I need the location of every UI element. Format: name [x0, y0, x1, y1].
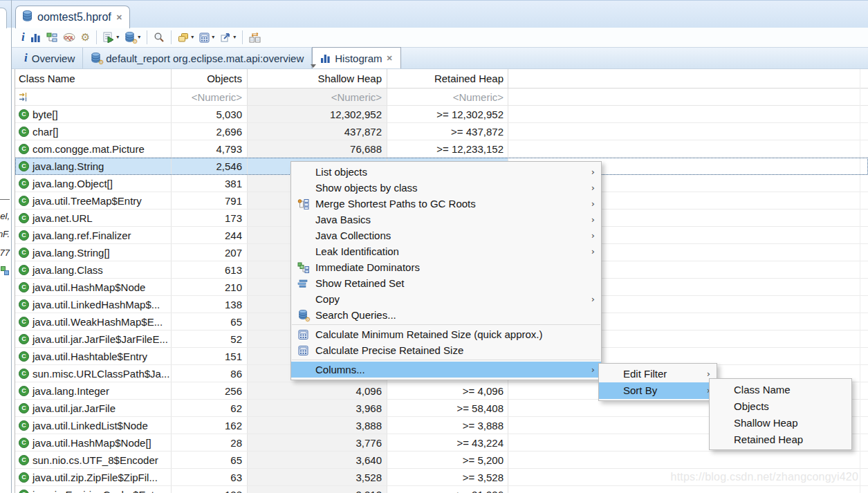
toolbar-button-calculator-icon[interactable]: ▾ [196, 29, 217, 46]
menu-item-calculate-minimum-retained-size-quick-ap[interactable]: Calculate Minimum Retained Size (quick a… [291, 326, 601, 342]
search-icon [154, 32, 165, 43]
column-header-retained-heap[interactable]: Retained Heap [387, 69, 508, 88]
class-icon: C [19, 248, 29, 258]
menu-item-calculate-precise-retained-size[interactable]: Calculate Precise Retained Size [291, 342, 601, 358]
table-row[interactable]: Ccom.congge.mat.Picture4,79376,688>= 12,… [15, 140, 868, 158]
menu-item-shallow-heap[interactable]: Shallow Heap [710, 414, 851, 431]
menu-item-show-objects-by-class[interactable]: Show objects by class› [291, 180, 601, 196]
menu-item-immediate-dominators[interactable]: Immediate Dominators [291, 259, 601, 275]
filter-input-class-name[interactable] [15, 89, 172, 105]
table-row[interactable]: Cbyte[]5,03012,302,952>= 12,302,952 [15, 106, 868, 123]
toolbar-button-group-by-icon[interactable]: ▾ [175, 29, 196, 46]
class-icon: C [19, 420, 29, 431]
report-icon: ⚙ [91, 53, 102, 64]
class-name-cell[interactable]: Cjava.lang.ref.Finalizer [15, 227, 172, 243]
chevron-down-icon[interactable]: ▾ [212, 35, 214, 40]
column-header-class-name[interactable]: Class Name [15, 69, 172, 88]
objects-cell: 207 [172, 244, 248, 261]
column-header-shallow-heap[interactable]: Shallow Heap [248, 69, 387, 88]
menu-item-retained-heap[interactable]: Retained Heap [710, 431, 851, 447]
class-name-cell[interactable]: Csun.nio.cs.UTF_8$Encoder [15, 452, 172, 468]
class-name-cell[interactable]: Cjava.lang.Object[] [15, 175, 172, 192]
class-name-cell[interactable]: Cjava.lang.Class [15, 261, 172, 278]
menu-item-label: Copy [315, 293, 340, 305]
menu-item-edit-filter[interactable]: Edit Filter› [599, 365, 717, 382]
submenu-arrow-icon: › [591, 214, 595, 225]
class-name-cell[interactable]: Cjava.util.HashMap$Node[] [15, 434, 172, 451]
objects-cell: 28 [172, 434, 248, 451]
filter-icon [19, 92, 29, 102]
toolbar-button-export-icon[interactable]: ▾ [217, 29, 239, 46]
toolbar-button-oql-icon[interactable]: OQL [60, 29, 78, 46]
table-row[interactable]: Cjava.io.ExpiringCache$Entry1383,312>= 3… [15, 486, 868, 493]
class-name: java.lang.Integer [33, 385, 109, 397]
tab-overview[interactable]: iOverview [17, 48, 83, 68]
menu-item-objects[interactable]: Objects [710, 398, 851, 414]
class-name-cell[interactable]: Cjava.util.Hashtable$Entry [15, 348, 172, 364]
class-name-cell[interactable]: Cjava.lang.String [15, 158, 172, 174]
table-row[interactable]: Csun.nio.cs.UTF_8$Encoder653,640>= 5,200 [15, 452, 868, 469]
shallow-heap-cell: 3,968 [248, 400, 387, 416]
menu-item-search-queries[interactable]: ⚙Search Queries... [291, 307, 601, 323]
toolbar-button-histogram-icon[interactable] [28, 29, 44, 46]
menu-item-columns[interactable]: Columns...› [291, 362, 601, 378]
class-name-cell[interactable]: Cjava.util.TreeMap$Entry [15, 192, 172, 209]
sort-by-submenu: Class NameObjectsShallow HeapRetained He… [709, 378, 852, 450]
table-row[interactable]: Cchar[]2,696437,872>= 437,872 [15, 123, 868, 140]
class-name-cell[interactable]: Cjava.util.jar.JarFile [15, 400, 172, 416]
menu-item-list-objects[interactable]: List objects› [291, 164, 601, 180]
retained-heap-cell: >= 12,302,952 [387, 106, 508, 122]
menu-item-label: Objects [734, 400, 769, 412]
class-name: sun.misc.URLClassPath$Ja... [33, 368, 169, 380]
tab-default-report-org-eclipse-mat[interactable]: ⚙default_report org.eclipse.mat.api:over… [83, 48, 312, 68]
close-icon[interactable]: ✕ [116, 13, 122, 22]
class-name-cell[interactable]: Ccom.congge.mat.Picture [15, 140, 172, 157]
class-name-cell[interactable]: Cjava.lang.Integer [15, 382, 172, 399]
class-name-cell[interactable]: Csun.misc.URLClassPath$Ja... [15, 365, 172, 382]
class-name-cell[interactable]: Cjava.util.zip.ZipFile$ZipFil... [15, 469, 172, 485]
submenu-arrow-icon: › [591, 364, 595, 375]
filter-input-shallow-heap[interactable]: <Numeric> [248, 89, 387, 105]
row-filler [508, 452, 868, 468]
menu-item-java-collections[interactable]: Java Collections› [291, 227, 601, 243]
class-name-cell[interactable]: Cjava.util.HashMap$Node [15, 279, 172, 295]
class-name-cell[interactable]: Cjava.lang.String[] [15, 244, 172, 261]
chevron-down-icon[interactable]: ▾ [116, 35, 119, 40]
menu-item-copy[interactable]: Copy› [291, 291, 601, 307]
menu-item-merge-shortest-paths-to-gc-roots[interactable]: Merge Shortest Paths to GC Roots› [291, 196, 601, 212]
menu-item-java-basics[interactable]: Java Basics› [291, 212, 601, 227]
class-name-cell[interactable]: Cjava.util.WeakHashMap$E... [15, 313, 172, 330]
class-name: java.lang.Class [33, 264, 103, 276]
class-name-cell[interactable]: Cjava.io.ExpiringCache$Entry [15, 486, 172, 493]
class-name-cell[interactable]: Cchar[] [15, 123, 172, 140]
toolbar-button-info-icon[interactable]: i [19, 29, 28, 46]
menu-item-show-retained-set[interactable]: Show Retained Set [291, 275, 601, 291]
toolbar-button-dominator-tree-icon[interactable] [44, 29, 60, 46]
class-name-cell[interactable]: Cjava.util.LinkedHashMap$... [15, 296, 172, 313]
toolbar-button-compare-icon[interactable] [246, 29, 264, 46]
menu-item-class-name[interactable]: Class Name [710, 381, 851, 398]
class-name-cell[interactable]: Cjava.util.LinkedList$Node [15, 417, 172, 434]
class-name-cell[interactable]: Cjava.net.URL [15, 210, 172, 226]
chevron-down-icon[interactable]: ▾ [191, 35, 194, 40]
toolbar-button-run-report-icon[interactable]: ▾ [100, 29, 122, 46]
merge-paths-icon [295, 198, 311, 210]
class-name-cell[interactable]: Cjava.util.jar.JarFile$JarFileE... [15, 331, 172, 347]
chevron-down-icon[interactable]: ▾ [138, 35, 140, 40]
editor-tab-oomtest5[interactable]: oomtest5.hprof ✕ [15, 6, 130, 28]
menu-item-sort-by[interactable]: Sort By› [599, 382, 717, 400]
class-name-cell[interactable]: Cbyte[] [15, 106, 172, 122]
toolbar-button-search-icon[interactable] [151, 29, 167, 46]
toolbar-button-expert-gear-icon[interactable]: ⚙ [78, 29, 93, 46]
shallow-heap-cell: 437,872 [248, 123, 387, 140]
column-header-objects[interactable]: Objects [172, 69, 248, 88]
filter-input-objects[interactable]: <Numeric> [172, 89, 248, 105]
toolbar-button-query-browser-icon[interactable]: ⚙▾ [122, 29, 143, 46]
chevron-down-icon[interactable]: ▾ [233, 35, 236, 40]
class-icon: C [19, 369, 29, 379]
close-icon[interactable]: ✕ [387, 54, 393, 63]
tab-histogram[interactable]: Histogram✕ [312, 47, 401, 68]
menu-item-leak-identification[interactable]: Leak Identification› [291, 243, 601, 259]
shallow-heap-cell: 3,640 [248, 452, 387, 468]
filter-input-retained-heap[interactable]: <Numeric> [387, 89, 508, 105]
